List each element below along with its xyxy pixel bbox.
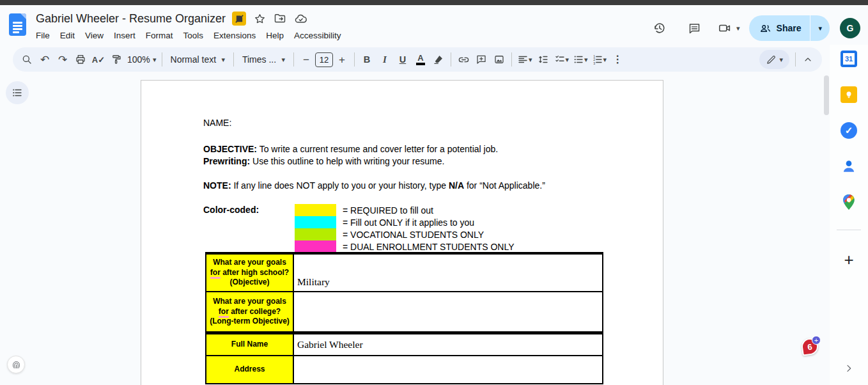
table-value-cell[interactable]: [293, 292, 603, 333]
move-folder-icon[interactable]: [273, 12, 287, 26]
meet-call-control[interactable]: ▾: [715, 14, 740, 42]
legend-label: = Fill out ONLY if it applies to you: [343, 217, 474, 228]
toolbar-divider: [511, 52, 512, 67]
italic-button[interactable]: I: [376, 51, 394, 68]
google-docs-logo-icon[interactable]: [9, 13, 26, 36]
browser-edge-strip: [0, 0, 868, 5]
paragraph-style-select[interactable]: Normal text ▾: [166, 51, 230, 68]
google-calendar-icon[interactable]: 31: [836, 46, 862, 72]
legend-row[interactable]: = Fill out ONLY if it applies to you: [295, 216, 474, 228]
doc-note-line[interactable]: NOTE: If any line does NOT apply to you …: [203, 180, 545, 191]
extension-badge-icon[interactable]: [232, 12, 246, 26]
comments-icon[interactable]: [680, 14, 708, 42]
table-label-cell[interactable]: Address: [206, 356, 293, 384]
paint-format-icon[interactable]: [107, 51, 125, 68]
editing-mode-select[interactable]: ▾: [759, 50, 789, 69]
docs-logo-fold: [20, 13, 26, 19]
google-maps-icon[interactable]: [836, 189, 862, 215]
extension-fingerprint-button[interactable]: [7, 356, 25, 373]
get-addons-button[interactable]: +: [836, 247, 862, 272]
insert-image-icon[interactable]: [490, 51, 508, 68]
menu-file[interactable]: File: [31, 29, 55, 42]
menu-accessibility[interactable]: Accessibility: [289, 29, 346, 42]
account-avatar[interactable]: G: [840, 18, 860, 38]
bold-button[interactable]: B: [358, 51, 376, 68]
more-options-icon[interactable]: ⋮: [608, 51, 626, 68]
doc-objective-line[interactable]: OBJECTIVE: To write a current resume and…: [203, 144, 498, 154]
table-label-cell[interactable]: Full Name: [206, 333, 293, 356]
text-color-button[interactable]: A: [412, 51, 430, 68]
star-icon[interactable]: [252, 12, 267, 26]
menu-edit[interactable]: Edit: [55, 29, 80, 42]
menu-tools[interactable]: Tools: [178, 29, 209, 42]
legend-swatch: [295, 240, 336, 253]
doc-name-line[interactable]: NAME:: [203, 118, 231, 128]
menu-insert[interactable]: Insert: [109, 29, 141, 42]
search-menus-icon[interactable]: [18, 51, 36, 68]
document-title[interactable]: Gabriel Wheeler - Resume Organizer: [36, 12, 226, 26]
document-outline-button[interactable]: [6, 81, 29, 104]
table-value-cell[interactable]: Military: [293, 253, 603, 292]
legend-swatch: [295, 216, 336, 228]
align-select[interactable]: ▾: [515, 51, 534, 68]
table-row: Address: [206, 356, 603, 384]
extension-notification-badge[interactable]: 6 +: [802, 337, 821, 356]
version-history-icon[interactable]: [646, 14, 674, 42]
menu-extensions[interactable]: Extensions: [208, 29, 261, 42]
legend-label: = DUAL ENROLLMENT STUDENTS ONLY: [343, 242, 515, 252]
font-size-input[interactable]: 12: [315, 52, 333, 67]
legend-row[interactable]: = VOCATIONAL STUDENTS ONLY: [295, 228, 484, 240]
print-icon[interactable]: [72, 51, 89, 68]
menu-format[interactable]: Format: [141, 29, 178, 42]
side-panel-rail: 31 ✓ +: [830, 45, 868, 385]
share-dropdown[interactable]: ▾: [810, 15, 830, 41]
table-value-cell[interactable]: Gabriel Wheeler: [293, 333, 603, 356]
share-button[interactable]: Share ▾: [749, 15, 830, 41]
editing-toolbar: ↶ ↷ A✓ 100% ▾ Normal text ▾ Times ... ▾ …: [13, 47, 822, 72]
legend-row[interactable]: = DUAL ENROLLMENT STUDENTS ONLY: [295, 240, 515, 253]
numbered-list-select[interactable]: 123▾: [590, 51, 609, 68]
google-tasks-icon[interactable]: ✓: [836, 118, 862, 143]
doc-prewriting-line[interactable]: Prewriting: Use this outline to help wit…: [203, 156, 444, 166]
google-contacts-icon[interactable]: [836, 153, 862, 179]
increase-font-size-button[interactable]: +: [333, 51, 351, 68]
bulleted-list-select[interactable]: ▾: [571, 51, 590, 68]
hide-menus-chevron-icon[interactable]: [799, 51, 817, 68]
table-label-cell[interactable]: What are your goals for after high schoo…: [206, 253, 293, 292]
underline-button[interactable]: U: [394, 51, 412, 68]
menu-help[interactable]: Help: [261, 29, 289, 42]
zoom-select[interactable]: 100% ▾: [125, 51, 159, 68]
doc-colorcoded-label[interactable]: Color-coded:: [203, 205, 259, 215]
menu-view[interactable]: View: [80, 29, 109, 42]
pen-icon: [766, 54, 777, 65]
document-page: NAME: OBJECTIVE: To write a current resu…: [141, 80, 663, 385]
toolbar-divider: [162, 52, 162, 67]
cloud-saved-icon[interactable]: [293, 12, 307, 26]
legend-label: = VOCATIONAL STUDENTS ONLY: [343, 230, 484, 240]
google-keep-icon[interactable]: [836, 82, 862, 107]
line-spacing-icon[interactable]: [534, 51, 552, 68]
vertical-scrollbar-thumb[interactable]: [824, 75, 829, 115]
toolbar-divider: [451, 52, 451, 67]
rail-divider: [837, 230, 861, 230]
table-value-cell[interactable]: [293, 356, 603, 384]
checklist-select[interactable]: ▾: [552, 51, 571, 68]
menu-bar: FileEditViewInsertFormatToolsExtensionsH…: [31, 29, 346, 42]
font-family-select[interactable]: Times ... ▾: [237, 51, 290, 68]
share-people-icon: [759, 22, 771, 35]
resume-table-body: What are your goals for after high schoo…: [206, 253, 603, 384]
video-call-icon[interactable]: [715, 14, 735, 42]
video-call-caret-icon[interactable]: ▾: [736, 25, 740, 32]
undo-icon[interactable]: ↶: [36, 51, 54, 68]
insert-link-icon[interactable]: [454, 51, 472, 68]
table-label-cell[interactable]: What are your goals for after college? (…: [206, 292, 293, 333]
show-side-panel-chevron-icon[interactable]: [844, 363, 854, 376]
legend-row[interactable]: = REQUIRED to fill out: [295, 204, 433, 216]
add-comment-icon[interactable]: [472, 51, 490, 68]
table-row: Full NameGabriel Wheeler: [206, 333, 603, 356]
svg-text:3: 3: [593, 61, 595, 65]
redo-icon[interactable]: ↷: [54, 51, 72, 68]
highlight-color-icon[interactable]: [430, 51, 447, 68]
decrease-font-size-button[interactable]: −: [297, 51, 315, 68]
spellcheck-icon[interactable]: A✓: [89, 51, 107, 68]
